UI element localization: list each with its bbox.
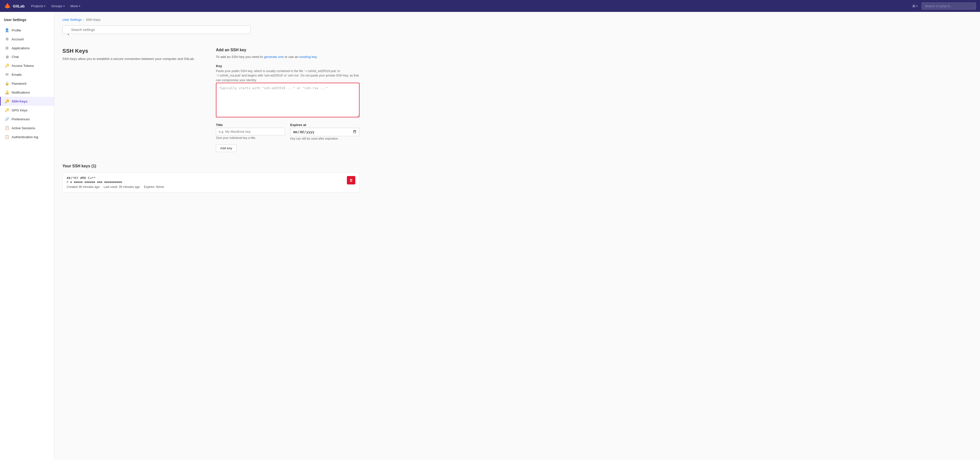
sidebar-label-notifications: Notifications — [12, 91, 30, 94]
title-input[interactable] — [216, 128, 285, 135]
add-key-button[interactable]: Add key — [216, 144, 237, 152]
existing-key-link[interactable]: existing key — [299, 55, 317, 59]
key-item-info: ##/*KY #MH C=** # ● ●●●●●-●●●●●● ●●● ●●●… — [67, 176, 164, 189]
add-key-title: Add an SSH key — [216, 48, 360, 52]
nav-groups[interactable]: Groups ▾ — [49, 3, 67, 10]
key-fingerprint-sub: # ● ●●●●●-●●●●●● ●●● ●●●●●●●●●● — [67, 180, 164, 184]
settings-search-input[interactable] — [62, 25, 251, 34]
breadcrumb: User Settings › SSH Keys — [62, 18, 972, 22]
sidebar-label-active-sessions: Active Sessions — [12, 126, 35, 130]
sidebar-item-ssh-keys[interactable]: 🔑 SSH Keys — [0, 97, 54, 106]
sidebar-label-password: Password — [12, 82, 26, 85]
auth-log-icon: 📋 — [5, 135, 9, 139]
sidebar-label-chat: Chat — [12, 55, 19, 59]
access-tokens-icon: 🔑 — [5, 64, 9, 68]
generate-one-link[interactable]: generate one — [264, 55, 284, 59]
brand-name: GitLab — [13, 4, 25, 8]
expires-label: Expires at — [290, 123, 360, 127]
sidebar-item-chat[interactable]: 🖥 Chat — [0, 53, 54, 61]
topnav-right: ⊞ ▾ — [910, 3, 976, 10]
password-icon: 🔒 — [5, 81, 9, 86]
trash-icon: 🗑 — [349, 178, 353, 182]
sidebar-label-account: Account — [12, 37, 24, 41]
sidebar: User Settings 👤 Profile ⚙ Account ⊞ Appl… — [0, 12, 54, 460]
expires-group: Expires at Key can still be used after e… — [290, 123, 360, 140]
sidebar-title: User Settings — [0, 16, 54, 26]
plus-button[interactable]: ⊞ ▾ — [910, 3, 920, 10]
sidebar-item-emails[interactable]: ✉ Emails — [0, 70, 54, 79]
title-label: Title — [216, 123, 285, 127]
key-hint: Paste your public SSH key, which is usua… — [216, 69, 360, 83]
sidebar-label-profile: Profile — [12, 29, 21, 32]
sidebar-label-emails: Emails — [12, 73, 22, 76]
brand-logo[interactable]: GitLab — [4, 3, 25, 10]
table-row: ##/*KY #MH C=** # ● ●●●●●-●●●●●● ●●● ●●●… — [62, 172, 360, 193]
period: . — [317, 55, 318, 59]
emails-icon: ✉ — [5, 72, 9, 77]
chat-icon: 🖥 — [5, 55, 9, 59]
topnav-links: Projects ▾ Groups ▾ More ▾ — [29, 3, 83, 10]
expires-input[interactable] — [290, 128, 360, 136]
sidebar-label-applications: Applications — [12, 46, 30, 50]
nav-projects[interactable]: Projects ▾ — [29, 3, 48, 10]
layout: User Settings 👤 Profile ⚙ Account ⊞ Appl… — [0, 12, 980, 460]
add-ssh-key-panel: Add an SSH key To add an SSH key you nee… — [216, 48, 360, 152]
gpg-keys-icon: 🔑 — [5, 108, 9, 112]
sidebar-item-gpg-keys[interactable]: 🔑 GPG Keys — [0, 106, 54, 115]
settings-search-wrap: 🔍 — [62, 25, 251, 41]
sidebar-label-preferences: Preferences — [12, 117, 30, 121]
key-meta: Created 36 minutes ago Last used: 35 min… — [67, 185, 164, 189]
title-hint: Give your individual key a title. — [216, 136, 285, 140]
groups-chevron-icon: ▾ — [64, 5, 65, 8]
sidebar-item-account[interactable]: ⚙ Account — [0, 35, 54, 44]
plus-icon: ⊞ — [912, 4, 915, 8]
sidebar-label-access-tokens: Access Tokens — [12, 64, 34, 68]
breadcrumb-current: SSH Keys — [86, 18, 100, 22]
key-label: Key — [216, 64, 360, 68]
add-key-subtitle: To add an SSH key you need to generate o… — [216, 54, 360, 60]
delete-key-button[interactable]: 🗑 — [347, 176, 355, 185]
sidebar-item-active-sessions[interactable]: 📋 Active Sessions — [0, 124, 54, 132]
ssh-keys-list-section: Your SSH keys (1) ##/*KY #MH C=** # ● ●●… — [62, 164, 360, 193]
sidebar-item-notifications[interactable]: 🔔 Notifications — [0, 88, 54, 97]
sidebar-item-preferences[interactable]: 🔗 Preferences — [0, 115, 54, 124]
sidebar-label-gpg-keys: GPG Keys — [12, 108, 27, 112]
key-last-used: Last used: 35 minutes ago — [103, 185, 140, 189]
projects-chevron-icon: ▾ — [44, 5, 45, 8]
main-content: User Settings › SSH Keys 🔍 SSH Keys SSH … — [54, 12, 980, 460]
breadcrumb-separator: › — [83, 18, 84, 22]
intro-text: To add an SSH key you need to — [216, 55, 264, 59]
account-icon: ⚙ — [5, 37, 9, 41]
breadcrumb-parent[interactable]: User Settings — [62, 18, 82, 22]
sidebar-item-applications[interactable]: ⊞ Applications — [0, 44, 54, 53]
title-expires-row: Title Give your individual key a title. … — [216, 123, 360, 140]
ssh-keys-icon: 🔑 — [5, 99, 9, 103]
sidebar-item-access-tokens[interactable]: 🔑 Access Tokens — [0, 61, 54, 70]
plus-chevron-icon: ▾ — [916, 5, 918, 8]
sidebar-label-ssh-keys: SSH Keys — [12, 100, 27, 103]
key-expires: Expires: Never — [144, 185, 164, 189]
profile-icon: 👤 — [5, 28, 9, 32]
more-chevron-icon: ▾ — [79, 5, 80, 8]
sidebar-item-auth-log[interactable]: 📋 Authentication log — [0, 132, 54, 142]
applications-icon: ⊞ — [5, 46, 9, 50]
preferences-icon: 🔗 — [5, 117, 9, 121]
global-search-input[interactable] — [921, 3, 976, 10]
page-title: SSH Keys — [62, 48, 206, 54]
key-fingerprint: ##/*KY #MH C=** — [67, 176, 164, 180]
sidebar-item-password[interactable]: 🔒 Password — [0, 79, 54, 88]
page-description: SSH keys allow you to establish a secure… — [62, 56, 206, 62]
sidebar-label-auth-log: Authentication log — [12, 135, 38, 139]
keys-list-title: Your SSH keys (1) — [62, 164, 360, 168]
title-group: Title Give your individual key a title. — [216, 123, 285, 140]
active-sessions-icon: 📋 — [5, 126, 9, 130]
notifications-icon: 🔔 — [5, 90, 9, 95]
or-text: or use an — [283, 55, 299, 59]
topnav: GitLab Projects ▾ Groups ▾ More ▾ ⊞ ▾ — [0, 0, 980, 12]
expires-hint: Key can still be used after expiration. — [290, 137, 360, 140]
sidebar-item-profile[interactable]: 👤 Profile — [0, 26, 54, 35]
key-created: Created 36 minutes ago — [67, 185, 100, 189]
nav-more[interactable]: More ▾ — [68, 3, 83, 10]
content-grid: SSH Keys SSH keys allow you to establish… — [62, 48, 360, 193]
key-textarea[interactable] — [216, 83, 360, 117]
